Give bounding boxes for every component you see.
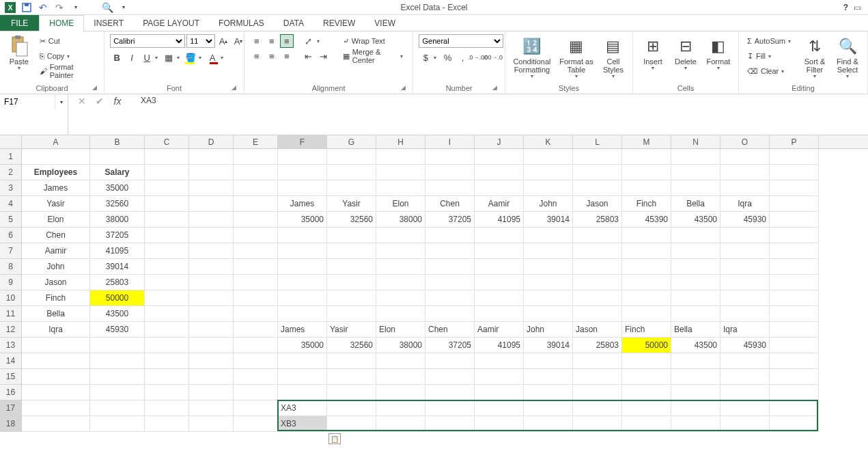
cell-M1[interactable]	[622, 149, 671, 165]
col-header-K[interactable]: K	[524, 135, 573, 148]
cell-O1[interactable]	[720, 149, 770, 165]
cell-J1[interactable]	[475, 149, 524, 165]
cell-G4[interactable]: Yasir	[327, 196, 376, 212]
cell-P9[interactable]	[770, 275, 819, 290]
cell-B6[interactable]: 37205	[90, 228, 145, 243]
cell-L1[interactable]	[573, 149, 622, 165]
cell-M9[interactable]	[622, 275, 671, 290]
col-header-J[interactable]: J	[475, 135, 524, 148]
format-as-table-button[interactable]: ▦Format as Table▾	[557, 34, 596, 80]
cell-L13[interactable]: 25803	[573, 338, 622, 353]
align-top-button[interactable]: ≡	[250, 34, 264, 48]
cell-O6[interactable]	[720, 228, 770, 243]
cell-L2[interactable]	[573, 165, 622, 180]
cell-L10[interactable]	[573, 290, 622, 306]
cell-I4[interactable]: Chen	[425, 196, 475, 212]
cell-F15[interactable]	[278, 369, 327, 385]
underline-button[interactable]: U	[140, 51, 154, 64]
row-header-8[interactable]: 8	[0, 259, 21, 275]
tab-insert[interactable]: INSERT	[84, 15, 133, 31]
cell-D7[interactable]	[189, 243, 234, 259]
cell-C5[interactable]	[145, 212, 189, 228]
cell-J15[interactable]	[475, 369, 524, 385]
cell-O5[interactable]: 45930	[720, 212, 770, 228]
cell-K18[interactable]	[524, 416, 573, 432]
row-header-10[interactable]: 10	[0, 290, 21, 306]
cell-K6[interactable]	[524, 228, 573, 243]
cell-B18[interactable]	[90, 416, 145, 432]
clipboard-launcher-icon[interactable]: ◢	[90, 84, 98, 92]
cell-E18[interactable]	[234, 416, 278, 432]
clear-button[interactable]: ⌫Clear▾	[744, 64, 796, 78]
cell-D14[interactable]	[189, 353, 234, 369]
shrink-font-button[interactable]: A▾	[232, 34, 245, 48]
cell-P15[interactable]	[770, 369, 819, 385]
cell-I17[interactable]	[425, 400, 475, 416]
cell-I3[interactable]	[425, 180, 475, 196]
row-header-5[interactable]: 5	[0, 212, 21, 228]
tab-data[interactable]: DATA	[274, 15, 313, 31]
cell-A10[interactable]: Finch	[22, 290, 90, 306]
row-header-4[interactable]: 4	[0, 196, 21, 212]
cell-L17[interactable]	[573, 400, 622, 416]
cell-B1[interactable]	[90, 149, 145, 165]
cell-I13[interactable]: 37205	[425, 338, 475, 353]
row-header-14[interactable]: 14	[0, 353, 21, 369]
cell-N10[interactable]	[671, 290, 720, 306]
cell-A6[interactable]: Chen	[22, 228, 90, 243]
cell-M18[interactable]	[622, 416, 671, 432]
cell-M17[interactable]	[622, 400, 671, 416]
sort-filter-button[interactable]: ⇅Sort & Filter▾	[800, 34, 829, 80]
col-header-D[interactable]: D	[189, 135, 234, 148]
cell-K16[interactable]	[524, 385, 573, 400]
cell-L7[interactable]	[573, 243, 622, 259]
cell-L11[interactable]	[573, 306, 622, 322]
cell-C17[interactable]	[145, 400, 189, 416]
align-center-button[interactable]: ≡	[265, 49, 279, 63]
align-bottom-button[interactable]: ≡	[280, 34, 294, 48]
cell-P2[interactable]	[770, 165, 819, 180]
merge-center-button[interactable]: ▦Merge & Center▾	[340, 49, 408, 63]
cell-E5[interactable]	[234, 212, 278, 228]
col-header-N[interactable]: N	[671, 135, 720, 148]
delete-cells-button[interactable]: ⊟Delete▾	[671, 34, 700, 72]
cell-E12[interactable]	[234, 322, 278, 338]
cell-H16[interactable]	[376, 385, 425, 400]
cell-F10[interactable]	[278, 290, 327, 306]
cell-N15[interactable]	[671, 369, 720, 385]
align-middle-button[interactable]: ≡	[265, 34, 279, 48]
cell-K10[interactable]	[524, 290, 573, 306]
cell-J14[interactable]	[475, 353, 524, 369]
cell-A2[interactable]: Employees	[22, 165, 90, 180]
cell-D5[interactable]	[189, 212, 234, 228]
cell-A11[interactable]: Bella	[22, 306, 90, 322]
cell-C2[interactable]	[145, 165, 189, 180]
cell-P16[interactable]	[770, 385, 819, 400]
cell-F7[interactable]	[278, 243, 327, 259]
cell-D9[interactable]	[189, 275, 234, 290]
cell-I12[interactable]: Chen	[425, 322, 475, 338]
cell-M2[interactable]	[622, 165, 671, 180]
cell-D11[interactable]	[189, 306, 234, 322]
save-icon[interactable]	[19, 1, 34, 14]
cell-G16[interactable]	[327, 385, 376, 400]
cell-E2[interactable]	[234, 165, 278, 180]
cell-M16[interactable]	[622, 385, 671, 400]
cell-P6[interactable]	[770, 228, 819, 243]
cell-L12[interactable]: Jason	[573, 322, 622, 338]
accounting-button[interactable]: $	[419, 51, 432, 64]
insert-cells-button[interactable]: ⊞Insert▾	[639, 34, 667, 72]
cell-G18[interactable]	[327, 416, 376, 432]
cell-P1[interactable]	[770, 149, 819, 165]
tab-page-layout[interactable]: PAGE LAYOUT	[133, 15, 209, 31]
cell-L16[interactable]	[573, 385, 622, 400]
cell-D16[interactable]	[189, 385, 234, 400]
cell-B2[interactable]: Salary	[90, 165, 145, 180]
cell-F2[interactable]	[278, 165, 327, 180]
cell-M6[interactable]	[622, 228, 671, 243]
col-header-F[interactable]: F	[278, 135, 327, 148]
cell-O14[interactable]	[720, 353, 770, 369]
cell-L9[interactable]	[573, 275, 622, 290]
row-header-13[interactable]: 13	[0, 338, 21, 353]
cell-L4[interactable]: Jason	[573, 196, 622, 212]
